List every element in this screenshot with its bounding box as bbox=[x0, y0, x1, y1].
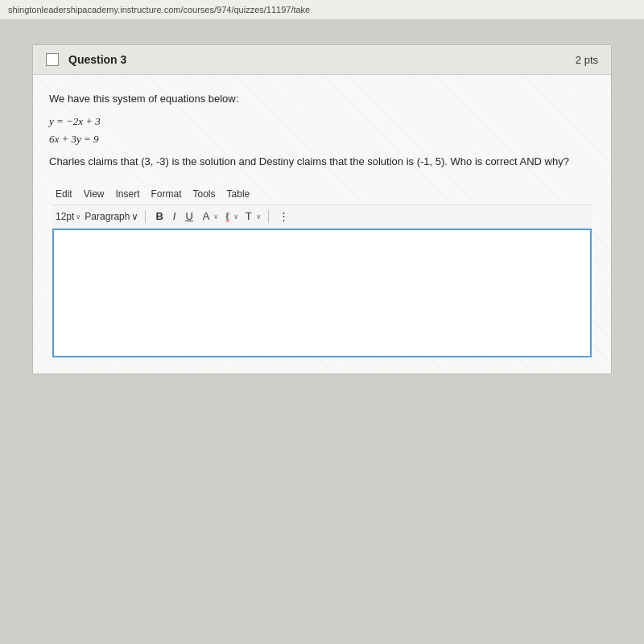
toolbar-separator-2 bbox=[268, 210, 269, 223]
menu-view[interactable]: View bbox=[84, 188, 105, 200]
question-checkbox[interactable] bbox=[46, 53, 59, 66]
italic-button[interactable]: I bbox=[170, 208, 180, 225]
equation-2: 6x + 3y = 9 bbox=[49, 133, 595, 146]
more-options-button[interactable]: ⋮ bbox=[275, 208, 292, 225]
question-intro: We have this system of equations below: bbox=[49, 91, 595, 107]
menu-insert[interactable]: Insert bbox=[115, 188, 139, 200]
underline-button[interactable]: U bbox=[182, 208, 196, 225]
paragraph-chevron: ∨ bbox=[131, 211, 138, 222]
editor-toolbar: 12pt ∨ Paragraph ∨ B I U A ∨ bbox=[52, 204, 592, 229]
editor-container: Edit View Insert Format Tools Table 12pt… bbox=[52, 184, 592, 357]
question-description: Charles claims that (3, -3) is the solut… bbox=[49, 154, 595, 170]
menu-table[interactable]: Table bbox=[227, 188, 250, 200]
browser-bar: shingtonleadershipacademy.instructure.co… bbox=[0, 0, 644, 20]
paragraph-selector[interactable]: Paragraph ∨ bbox=[85, 211, 138, 222]
editor-area[interactable] bbox=[52, 229, 592, 357]
font-size-selector[interactable]: 12pt ∨ bbox=[56, 211, 81, 222]
font-size-chevron: ∨ bbox=[76, 213, 81, 221]
question-card: Question 3 2 pts We have this system of … bbox=[32, 44, 612, 374]
menu-tools[interactable]: Tools bbox=[193, 188, 216, 200]
question-title: Question 3 bbox=[68, 53, 126, 66]
more-button[interactable]: T ∨ bbox=[242, 208, 262, 225]
menu-edit[interactable]: Edit bbox=[56, 188, 72, 200]
highlight-button[interactable]: ℓ ∨ bbox=[222, 208, 238, 225]
equation-1: y = −2x + 3 bbox=[49, 115, 595, 128]
question-header: Question 3 2 pts bbox=[33, 45, 611, 75]
toolbar-separator-1 bbox=[145, 210, 146, 223]
bold-button[interactable]: B bbox=[152, 208, 166, 225]
question-points: 2 pts bbox=[576, 54, 598, 66]
menu-format[interactable]: Format bbox=[151, 188, 182, 200]
editor-menubar: Edit View Insert Format Tools Table bbox=[52, 184, 592, 204]
font-color-button[interactable]: A ∨ bbox=[200, 208, 220, 225]
